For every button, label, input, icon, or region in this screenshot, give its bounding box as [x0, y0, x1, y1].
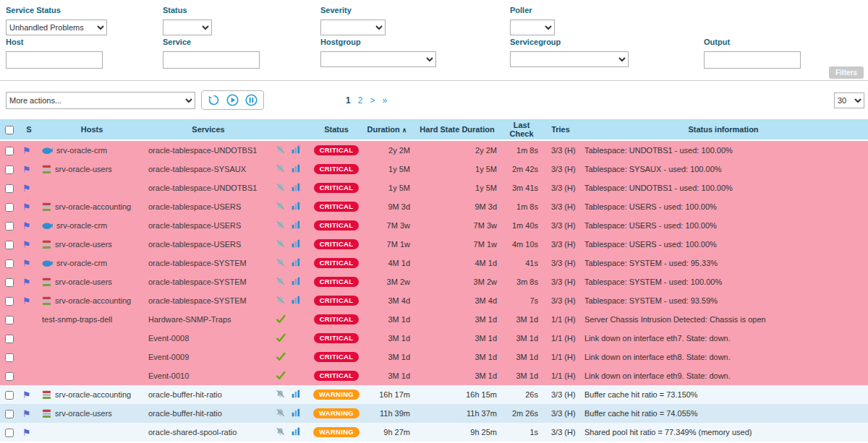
chart-icon[interactable]	[292, 427, 300, 437]
flag-icon[interactable]: ⚑	[22, 164, 31, 175]
cell-last-check: 2m 26s	[501, 409, 542, 418]
select-all-checkbox[interactable]	[5, 126, 14, 134]
service-link[interactable]: oracle-tablespace-SYSTEM	[148, 278, 247, 286]
chart-icon[interactable]	[292, 408, 300, 418]
service-status-select[interactable]: Unhandled Problems	[6, 20, 107, 35]
service-link[interactable]: Event-0010	[148, 371, 189, 380]
refresh-icon[interactable]	[208, 94, 220, 106]
flag-icon[interactable]: ⚑	[22, 220, 31, 231]
row-checkbox[interactable]	[5, 372, 14, 381]
status-select[interactable]	[163, 20, 212, 35]
service-input[interactable]	[163, 51, 260, 69]
host-link[interactable]: srv-oracle-users	[55, 409, 112, 418]
chart-icon[interactable]	[292, 164, 300, 174]
row-checkbox[interactable]	[5, 165, 14, 174]
row-checkbox[interactable]	[5, 222, 14, 231]
row-checkbox[interactable]	[5, 297, 14, 306]
host-link[interactable]: srv-oracle-users	[55, 165, 112, 173]
service-link[interactable]: oracle-buffer-hit-ratio	[148, 409, 222, 418]
flag-icon[interactable]: ⚑	[22, 202, 31, 212]
page-size-select[interactable]: 30	[834, 93, 864, 108]
service-link[interactable]: oracle-tablespace-USERS	[148, 202, 241, 211]
flag-icon[interactable]: ⚑	[22, 277, 31, 288]
hostgroup-select[interactable]	[320, 51, 436, 67]
header-duration[interactable]: Duration ∧	[360, 125, 414, 134]
chart-icon[interactable]	[292, 258, 300, 268]
header-hard-state-duration[interactable]: Hard State Duration	[414, 125, 501, 134]
row-checkbox[interactable]	[5, 278, 14, 287]
header-tries[interactable]: Tries	[542, 125, 579, 134]
row-checkbox[interactable]	[5, 391, 14, 400]
host-link[interactable]: test-snmp-traps-dell	[42, 315, 112, 324]
host-link[interactable]: srv-oracle-users	[55, 240, 112, 249]
service-link[interactable]: oracle-buffer-hit-ratio	[148, 390, 222, 399]
service-link[interactable]: Hardware-SNMP-Traps	[148, 315, 231, 324]
service-link[interactable]: oracle-tablespace-SYSAUX	[148, 165, 246, 173]
row-checkbox[interactable]	[5, 335, 14, 343]
host-link[interactable]: srv-oracle-accounting	[55, 390, 131, 399]
row-checkbox[interactable]	[5, 353, 14, 362]
flag-icon[interactable]: ⚑	[22, 296, 31, 306]
host-link[interactable]: srv-oracle-users	[55, 278, 112, 286]
flag-icon[interactable]: ⚑	[22, 427, 31, 438]
host-link[interactable]: srv-oracle-accounting	[55, 202, 131, 211]
flag-icon[interactable]: ⚑	[22, 239, 31, 250]
host-link[interactable]: srv-oracle-accounting	[55, 296, 131, 305]
row-checkbox[interactable]	[5, 147, 14, 155]
service-link[interactable]: oracle-shared-spool-ratio	[148, 428, 237, 436]
header-services[interactable]: Services	[145, 125, 272, 134]
header-hosts[interactable]: Hosts	[39, 125, 145, 134]
host-input[interactable]	[6, 51, 103, 69]
service-link[interactable]: oracle-tablespace-SYSTEM	[148, 296, 247, 305]
service-link[interactable]: Event-0009	[148, 353, 189, 361]
header-s[interactable]: S	[19, 125, 39, 134]
more-actions-select[interactable]: More actions...	[6, 92, 195, 109]
row-checkbox[interactable]	[5, 241, 14, 249]
chart-icon[interactable]	[292, 183, 300, 193]
chart-icon[interactable]	[292, 202, 300, 212]
service-link[interactable]: oracle-tablespace-USERS	[148, 240, 241, 249]
row-checkbox[interactable]	[5, 259, 14, 268]
page-2-link[interactable]: 2	[358, 95, 363, 106]
pause-icon[interactable]	[245, 94, 258, 106]
page-next-link[interactable]: >	[370, 95, 375, 106]
row-checkbox[interactable]	[5, 203, 14, 212]
status-badge: WARNING	[313, 427, 359, 438]
status-badge: CRITICAL	[314, 202, 359, 212]
flag-icon[interactable]: ⚑	[22, 390, 31, 400]
host-link[interactable]: srv-oracle-crm	[56, 259, 107, 267]
chart-icon[interactable]	[292, 277, 300, 287]
host-link[interactable]: srv-oracle-crm	[56, 146, 107, 155]
severity-select[interactable]	[320, 20, 386, 35]
chart-icon[interactable]	[292, 296, 300, 306]
servicegroup-select[interactable]	[510, 51, 629, 67]
service-link[interactable]: oracle-tablespace-UNDOTBS1	[148, 146, 257, 155]
service-link[interactable]: oracle-tablespace-SYSTEM	[148, 259, 247, 267]
service-link[interactable]: oracle-tablespace-USERS	[148, 221, 241, 230]
service-link[interactable]: oracle-tablespace-UNDOTBS1	[148, 184, 257, 192]
cell-status-information: Tablespace: SYSAUX - used: 100.00%	[579, 165, 868, 173]
header-status-information[interactable]: Status information	[579, 125, 868, 134]
chart-icon[interactable]	[292, 390, 300, 400]
chart-icon[interactable]	[292, 220, 300, 231]
flag-icon[interactable]: ⚑	[22, 145, 31, 156]
host-link[interactable]: srv-oracle-crm	[56, 221, 107, 230]
poller-select[interactable]	[510, 20, 555, 35]
output-input[interactable]	[704, 51, 801, 69]
filters-button[interactable]: Filters	[829, 66, 864, 79]
page-last-link[interactable]: »	[382, 95, 387, 106]
header-last-check[interactable]: Last Check	[501, 121, 542, 138]
header-status[interactable]: Status	[312, 125, 360, 134]
row-checkbox[interactable]	[5, 429, 14, 437]
row-checkbox[interactable]	[5, 184, 14, 193]
row-checkbox[interactable]	[5, 410, 14, 418]
flag-icon[interactable]: ⚑	[22, 183, 31, 194]
cell-duration: 16h 17m	[360, 390, 414, 399]
row-checkbox[interactable]	[5, 316, 14, 324]
flag-icon[interactable]: ⚑	[22, 258, 31, 269]
play-icon[interactable]	[226, 94, 239, 106]
chart-icon[interactable]	[292, 145, 300, 155]
chart-icon[interactable]	[292, 239, 300, 249]
flag-icon[interactable]: ⚑	[22, 408, 31, 419]
service-link[interactable]: Event-0008	[148, 334, 189, 343]
